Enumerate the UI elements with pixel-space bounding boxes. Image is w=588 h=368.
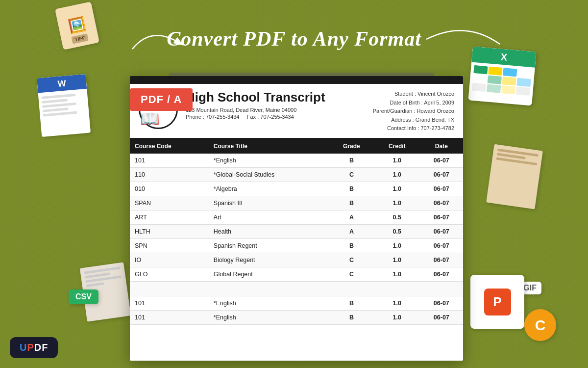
cell-credit: 0.5 xyxy=(374,210,420,224)
cell-grade: B xyxy=(329,182,374,196)
cell-credit: 1.0 xyxy=(374,296,420,310)
cell-code: 101 xyxy=(130,296,209,310)
cell-date: 06-07 xyxy=(420,154,463,168)
cell-grade: A xyxy=(329,224,374,238)
col-date: Date xyxy=(420,139,463,154)
table-row: 110 *Global-Social Studies C 1.0 06-07 xyxy=(130,167,463,182)
table-row: 010 *Algebra B 1.0 06-07 xyxy=(130,182,463,196)
paper-decoration-right xyxy=(486,144,543,210)
cell-credit: 1.0 xyxy=(374,154,420,168)
cell-credit: 1.0 xyxy=(374,238,420,253)
cell-code: 010 xyxy=(130,182,209,196)
cell-code: HLTH xyxy=(130,224,209,238)
cell-grade: C xyxy=(329,167,374,182)
cell-credit: 1.0 xyxy=(374,253,420,267)
cell-title: *English xyxy=(209,296,329,310)
table-row: SPAN Spanish III B 1.0 06-07 xyxy=(130,196,463,210)
col-course-title: Course Title xyxy=(209,139,329,154)
cell-date: 06-07 xyxy=(420,238,463,253)
cell-title: Spanish Regent xyxy=(209,238,329,253)
cell-date: 06-07 xyxy=(420,310,463,324)
cell-credit: 1.0 xyxy=(374,267,420,281)
table-row: IO Biology Regent C 1.0 06-07 xyxy=(130,253,463,267)
cell-code: 101 xyxy=(130,154,209,168)
transcript-title: High School Transcript xyxy=(186,90,373,105)
cell-date: 06-07 xyxy=(420,182,463,196)
powerpoint-icon: P xyxy=(484,289,511,315)
powerpoint-decoration: P xyxy=(470,275,524,329)
tiff-decoration: 🖼️ TIFF xyxy=(55,1,99,50)
cell-grade: C xyxy=(329,253,374,267)
cell-grade: A xyxy=(329,210,374,224)
transcript-table: Course Code Course Title Grade Credit Da… xyxy=(130,139,463,325)
cell-code: 101 xyxy=(130,310,209,324)
school-phone-fax: Phone : 707-255-3434 Fax : 707-255-3434 xyxy=(186,114,373,120)
cell-title: *Global-Social Studies xyxy=(209,167,329,182)
excel-decoration: X xyxy=(468,47,536,106)
cell-title: *English xyxy=(209,310,329,324)
cell-code: SPN xyxy=(130,238,209,253)
col-grade: Grade xyxy=(329,139,374,154)
cell-code: SPAN xyxy=(130,196,209,210)
table-row: ART Art A 0.5 06-07 xyxy=(130,210,463,224)
table-row: GLO Global Regent C 1.0 06-07 xyxy=(130,267,463,281)
pdf-badge: PDF / A xyxy=(130,88,193,111)
cell-title: *Algebra xyxy=(209,182,329,196)
table-row: 101 *English B 1.0 06-07 xyxy=(130,310,463,324)
page-title: Convert PDF to Any Format xyxy=(167,27,421,51)
student-address: Address : Grand Bend, TX xyxy=(373,116,454,125)
c-decoration: C xyxy=(524,309,556,341)
cell-grade: B xyxy=(329,154,374,168)
document-header-bar xyxy=(130,76,463,84)
csv-badge: CSV xyxy=(69,289,98,304)
cell-date: 06-07 xyxy=(420,224,463,238)
col-course-code: Course Code xyxy=(130,139,209,154)
cell-date: 06-07 xyxy=(420,253,463,267)
table-row: SPN Spanish Regent B 1.0 06-07 xyxy=(130,238,463,253)
cell-grade: B xyxy=(329,310,374,324)
cell-title: Biology Regent xyxy=(209,253,329,267)
table-row: 101 *English B 1.0 06-07 xyxy=(130,154,463,168)
cell-code: ART xyxy=(130,210,209,224)
table-header-row: Course Code Course Title Grade Credit Da… xyxy=(130,139,463,154)
cell-code: 110 xyxy=(130,167,209,182)
cell-date: 06-07 xyxy=(420,210,463,224)
cell-credit: 1.0 xyxy=(374,182,420,196)
cell-date: 06-07 xyxy=(420,267,463,281)
word-decoration: W xyxy=(37,74,91,137)
cell-title: Global Regent xyxy=(209,267,329,281)
cell-date: 06-07 xyxy=(420,167,463,182)
table-row: 101 *English B 1.0 06-07 xyxy=(130,296,463,310)
excel-grid xyxy=(469,62,535,99)
student-parent: Parent/Guardian : Howard Orozco xyxy=(373,107,454,116)
student-info: Student : Vincent Orozco Date of Birth :… xyxy=(373,90,454,133)
table-row: HLTH Health A 0.5 06-07 xyxy=(130,224,463,238)
transcript-body: 101 *English B 1.0 06-07 110 *Global-Soc… xyxy=(130,154,463,325)
tiff-label: TIFF xyxy=(71,33,89,44)
cell-credit: 1.0 xyxy=(374,196,420,210)
cell-grade: B xyxy=(329,296,374,310)
cell-code: IO xyxy=(130,253,209,267)
cell-grade: B xyxy=(329,196,374,210)
word-lines xyxy=(38,89,90,123)
student-dob: Date of Birth : April 5, 2009 xyxy=(373,99,454,107)
transcript-document: ⭐📖 High School Transcript 123 Mountain R… xyxy=(130,76,463,361)
cell-date: 06-07 xyxy=(420,196,463,210)
student-name: Student : Vincent Orozco xyxy=(373,90,454,99)
school-details: High School Transcript 123 Mountain Road… xyxy=(186,90,373,133)
cell-title: Health xyxy=(209,224,329,238)
school-address: 123 Mountain Road, Dead River, Maine 040… xyxy=(186,107,373,113)
cell-title: Spanish III xyxy=(209,196,329,210)
cell-grade: C xyxy=(329,267,374,281)
cell-title: *English xyxy=(209,154,329,168)
student-contact: Contact Info : 707-273-4782 xyxy=(373,124,454,133)
cell-code: GLO xyxy=(130,267,209,281)
cell-title: Art xyxy=(209,210,329,224)
cell-credit: 0.5 xyxy=(374,224,420,238)
cell-date: 06-07 xyxy=(420,296,463,310)
cell-credit: 1.0 xyxy=(374,310,420,324)
updf-logo: UPDF xyxy=(10,337,58,358)
col-credit: Credit xyxy=(374,139,420,154)
cell-credit: 1.0 xyxy=(374,167,420,182)
cell-grade: B xyxy=(329,238,374,253)
